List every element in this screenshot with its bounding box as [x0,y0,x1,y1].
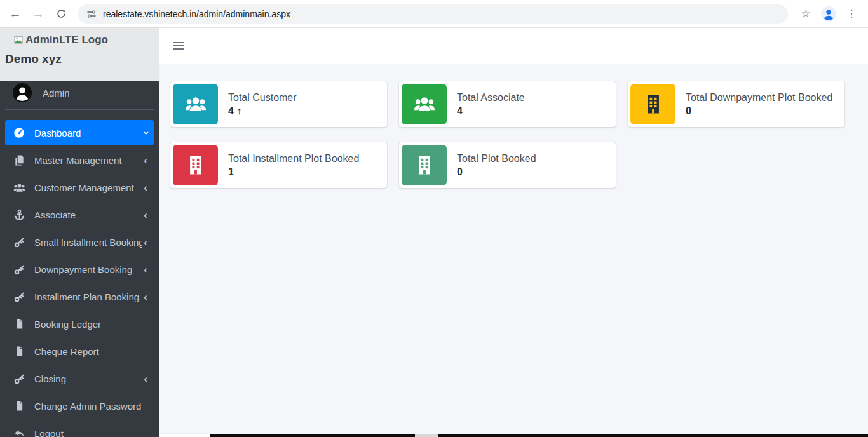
sidebar-item-cheque-report[interactable]: Cheque Report [5,339,154,364]
key-icon [11,373,27,385]
sidebar-item-dashboard[interactable]: Dashboard ‹ [5,120,154,145]
menu-dots-icon[interactable]: ⋮ [841,4,862,24]
users-icon [11,182,27,194]
site-settings-icon[interactable] [86,9,97,19]
hamburger-menu-icon[interactable] [173,40,184,51]
key-icon [11,264,27,276]
chevron-icon: ‹ [144,292,147,302]
card-label: Total Customer [228,92,297,104]
brand-name: Demo xyz [0,52,159,66]
user-name: Admin [43,88,70,98]
sidebar-item-label: Closing [34,373,142,384]
sidebar-item-customer-management[interactable]: Customer Management ‹ [5,175,154,200]
key-icon [11,236,27,248]
back-icon[interactable]: ← [5,4,25,24]
card-value: 4 ↑ [228,105,297,117]
chevron-icon: ‹ [144,210,147,220]
sidebar-item-logout[interactable]: Logout [5,420,154,437]
card-total-plot-booked: Total Plot Booked 0 [399,142,616,188]
reply-icon [11,427,27,437]
bottom-edge-white [159,434,210,437]
chevron-icon: ‹ [144,264,147,275]
sidebar-item-label: Master Management [34,155,142,166]
chevron-icon: ‹ [144,182,147,193]
sidebar-item-installment-plan-booking[interactable]: Installment Plan Booking ‹ [5,284,154,309]
card-total-downpayment-plot-booked: Total Downpayment Plot Booked 0 [628,81,844,127]
info-cards: Total Customer 4 ↑ Total Associate 4 Tot… [159,64,851,188]
card-total-associate: Total Associate 4 [399,81,616,127]
brand-link[interactable]: AdminLTE Logo [0,34,159,46]
sidebar-nav: Dashboard ‹ Master Management ‹ Customer… [0,110,159,437]
users-icon [173,84,218,124]
users-icon [402,84,447,124]
key-icon [11,291,27,303]
browser-toolbar: ← → realestate.vshinetech.in/admin/admin… [0,0,868,28]
sidebar-item-change-admin-password[interactable]: Change Admin Password [5,393,154,419]
sidebar: AdminLTE Logo Demo xyz Admin Dashboard ‹… [0,28,159,437]
card-total-customer: Total Customer 4 ↑ [170,81,387,127]
sidebar-item-booking-ledger[interactable]: Booking Ledger [5,311,154,337]
user-avatar-icon [13,83,32,102]
sidebar-item-small-installment-booking[interactable]: Small Installment Booking ‹ [5,229,154,255]
sidebar-item-label: Logout [34,428,154,437]
top-navbar [159,28,868,64]
bottom-edge-light [415,434,438,437]
profile-icon[interactable] [818,4,839,24]
sidebar-item-label: Downpayment Booking [34,264,142,275]
copy-icon [11,154,27,166]
sidebar-item-label: Installment Plan Booking [34,292,142,302]
card-value: 1 [228,166,359,178]
reload-icon[interactable] [51,4,71,24]
card-value: 0 [686,105,832,117]
file-icon [11,318,27,330]
sidebar-item-label: Associate [34,210,142,220]
sidebar-item-closing[interactable]: Closing ‹ [5,366,154,391]
bottom-edge-bar [210,434,868,437]
sidebar-item-label: Cheque Report [34,346,154,357]
sidebar-item-label: Dashboard [34,128,142,138]
chevron-icon: ‹ [144,237,147,248]
sidebar-item-master-management[interactable]: Master Management ‹ [5,147,154,173]
sidebar-item-label: Booking Ledger [34,319,154,330]
card-label: Total Downpayment Plot Booked [686,92,832,104]
building-icon [173,145,218,185]
tachometer-icon [11,126,27,139]
building-icon [402,145,447,185]
sidebar-item-label: Customer Management [34,182,142,193]
anchor-icon [11,209,27,221]
url-text: realestate.vshinetech.in/admin/adminmain… [103,9,290,19]
chevron-icon: ‹ [140,131,151,135]
card-label: Total Associate [457,92,525,104]
card-value: 4 [457,105,525,117]
file-icon [11,346,27,357]
chevron-icon: ‹ [144,155,147,166]
user-panel: Admin [5,81,154,110]
main-content: Total Customer 4 ↑ Total Associate 4 Tot… [159,28,868,437]
card-label: Total Plot Booked [457,153,536,165]
sidebar-item-label: Change Admin Password [34,401,154,412]
building-icon [630,84,675,124]
logo-alt-text: AdminLTE Logo [25,34,108,46]
card-value: 0 [457,166,536,178]
address-bar[interactable]: realestate.vshinetech.in/admin/adminmain… [78,4,788,24]
sidebar-item-downpayment-booking[interactable]: Downpayment Booking ‹ [5,257,154,282]
chevron-icon: ‹ [144,373,147,384]
file-icon [11,400,27,412]
broken-image-icon [14,36,24,44]
sidebar-item-associate[interactable]: Associate ‹ [5,202,154,227]
bookmark-star-icon[interactable]: ☆ [796,4,816,24]
forward-icon[interactable]: → [28,4,48,24]
sidebar-header: AdminLTE Logo Demo xyz [0,28,159,81]
sidebar-item-label: Small Installment Booking [34,237,142,248]
card-label: Total Installment Plot Booked [228,153,359,165]
card-total-installment-plot-booked: Total Installment Plot Booked 1 [170,142,387,188]
